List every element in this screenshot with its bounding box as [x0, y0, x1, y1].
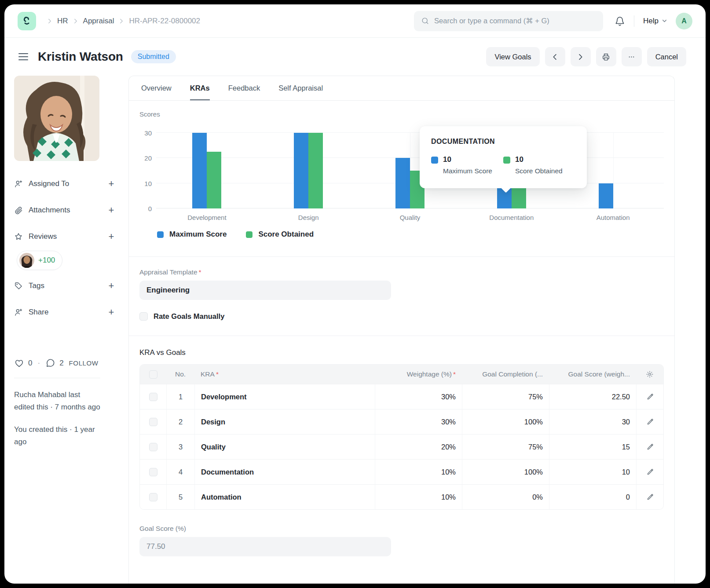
goal-score-block: Goal Score (%) — [139, 525, 664, 556]
notifications-bell-icon[interactable] — [615, 16, 625, 26]
sidebar-toggle-icon[interactable] — [18, 53, 28, 60]
sidebar-item-assigned-to[interactable]: Assigned To + — [14, 171, 117, 197]
edit-pencil-icon[interactable] — [646, 393, 654, 401]
kra-goals-table: No.KRA*Weightage (%)*Goal Completion (..… — [139, 364, 664, 510]
more-options-button[interactable] — [622, 47, 642, 66]
no-cell: 5 — [166, 485, 194, 509]
tooltip-label: Score Obtained — [515, 167, 563, 175]
goal-score-field[interactable] — [139, 537, 391, 556]
row-checkbox[interactable] — [149, 443, 157, 451]
edit-cell — [636, 460, 663, 484]
heart-icon[interactable] — [14, 358, 24, 368]
likes-count[interactable]: 0 — [28, 359, 32, 368]
edit-pencil-icon[interactable] — [646, 493, 654, 501]
chevron-left-icon — [551, 53, 559, 61]
search-input[interactable] — [434, 17, 596, 25]
goal-score-cell: 15 — [549, 435, 636, 459]
chart-bar-maximum-score[interactable] — [395, 158, 410, 208]
global-search[interactable] — [414, 11, 603, 31]
no-cell: 2 — [166, 409, 194, 434]
chart-x-labels: DevelopmentDesignQualityDocumentationAut… — [156, 214, 664, 221]
edit-pencil-icon[interactable] — [646, 443, 654, 451]
chart-bar-maximum-score[interactable] — [294, 133, 308, 208]
edit-cell — [636, 409, 663, 434]
weightage-cell: 30% — [375, 409, 462, 434]
add-review-button[interactable]: + — [106, 231, 117, 242]
scores-section: Scores 0102030 DevelopmentDesignQualityD… — [129, 101, 674, 257]
sidebar-item-share[interactable]: Share + — [14, 299, 117, 325]
print-button[interactable] — [596, 47, 616, 66]
reviewers-avatar-group[interactable]: +100 — [17, 251, 62, 270]
legend-label: Score Obtained — [258, 230, 314, 239]
sidebar-item-attachments[interactable]: Attachments + — [14, 197, 117, 223]
breadcrumb-hr[interactable]: HR — [57, 17, 68, 26]
add-attachment-button[interactable]: + — [106, 205, 117, 216]
sidebar-item-reviews[interactable]: Reviews + — [14, 223, 117, 250]
chart-bar-maximum-score[interactable] — [599, 183, 613, 208]
user-avatar[interactable]: A — [676, 13, 692, 29]
kra-cell: Design — [194, 409, 375, 434]
edit-pencil-icon[interactable] — [646, 468, 654, 476]
appraisal-template-field[interactable] — [139, 281, 391, 300]
goal-completion-cell: 100% — [462, 409, 549, 434]
comments-count[interactable]: 2 — [59, 359, 63, 368]
chart-bar-score-obtained[interactable] — [207, 152, 221, 208]
kra-cell: Automation — [194, 485, 375, 509]
checkbox-cell — [140, 460, 166, 484]
share-user-icon — [14, 308, 23, 317]
chart-bar-maximum-score[interactable] — [192, 133, 207, 208]
tab-kras[interactable]: KRAs — [190, 76, 210, 100]
add-tag-button[interactable]: + — [106, 280, 117, 292]
status-badge: Submitted — [131, 50, 176, 63]
no-cell: 4 — [166, 460, 194, 484]
legend-swatch — [246, 231, 253, 238]
required-asterisk: * — [453, 370, 456, 378]
kra-cell: Quality — [194, 435, 375, 459]
help-menu[interactable]: Help — [643, 17, 668, 26]
x-tick-label: Development — [156, 214, 258, 221]
tab-overview[interactable]: Overview — [141, 76, 172, 100]
column-header-weightage: Weightage (%)* — [375, 365, 462, 384]
app-logo[interactable] — [18, 12, 36, 30]
legend-item-maximum-score: Maximum Score — [157, 230, 227, 239]
page-title: Kristin Watson — [38, 50, 123, 64]
row-checkbox[interactable] — [149, 393, 157, 401]
sidebar-item-tags[interactable]: Tags + — [14, 273, 117, 299]
edit-pencil-icon[interactable] — [646, 418, 654, 426]
previous-document-button[interactable] — [545, 47, 565, 66]
column-header-kra: KRA* — [194, 365, 375, 384]
add-assigned-to-button[interactable]: + — [106, 178, 117, 190]
row-checkbox[interactable] — [149, 493, 157, 501]
rate-goals-manually-checkbox[interactable] — [139, 312, 148, 321]
select-all-checkbox[interactable] — [149, 370, 157, 379]
tab-self-appraisal[interactable]: Self Appraisal — [278, 76, 323, 100]
y-tick-label: 10 — [144, 179, 152, 187]
rate-goals-manually-row[interactable]: Rate Goals Manually — [139, 312, 664, 321]
chart-plot — [156, 133, 664, 208]
legend-item-score-obtained: Score Obtained — [246, 230, 314, 239]
social-bar: 0 · 2 FOLLOW — [14, 358, 117, 368]
table-row: 1Development30%75%22.50 — [140, 384, 663, 409]
goal-score-cell: 30 — [549, 409, 636, 434]
row-checkbox[interactable] — [149, 418, 157, 426]
row-checkbox[interactable] — [149, 468, 157, 476]
legend-swatch — [157, 231, 164, 238]
follow-button[interactable]: FOLLOW — [69, 359, 99, 367]
chart-column-development — [156, 133, 258, 208]
view-goals-button[interactable]: View Goals — [486, 47, 539, 66]
add-share-button[interactable]: + — [106, 307, 117, 318]
sidebar-item-label: Tags — [29, 281, 44, 290]
breadcrumb-appraisal[interactable]: Appraisal — [83, 17, 114, 26]
chart-bar-score-obtained[interactable] — [308, 133, 323, 208]
rate-goals-manually-label: Rate Goals Manually — [154, 312, 224, 321]
sidebar-item-label: Share — [29, 308, 48, 317]
breadcrumb-document-id[interactable]: HR-APR-22-0800002 — [129, 17, 200, 26]
cancel-button[interactable]: Cancel — [647, 47, 686, 66]
kra-cell: Development — [194, 384, 375, 409]
comments-icon[interactable] — [45, 358, 55, 368]
sidebar-sections: Assigned To + Attachments + Reviews + — [14, 171, 117, 325]
gear-icon[interactable] — [646, 370, 654, 378]
next-document-button[interactable] — [571, 47, 591, 66]
hr-logo-icon — [21, 15, 33, 27]
tab-feedback[interactable]: Feedback — [228, 76, 260, 100]
